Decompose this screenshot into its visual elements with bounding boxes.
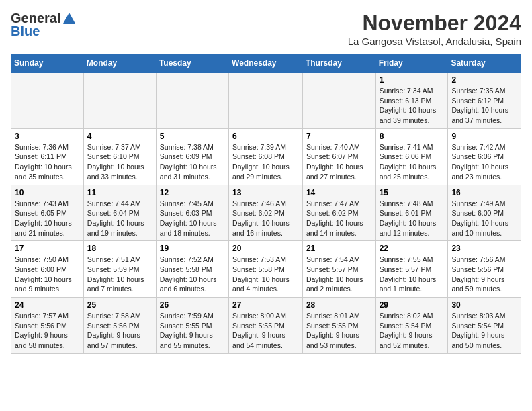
day-info: Sunrise: 7:56 AM Sunset: 5:56 PM Dayligh…: [451, 255, 517, 294]
day-info: Sunrise: 7:39 AM Sunset: 6:08 PM Dayligh…: [232, 142, 299, 182]
day-number: 29: [380, 300, 445, 310]
day-number: 19: [160, 244, 225, 253]
day-number: 7: [306, 132, 372, 141]
day-number: 8: [380, 132, 445, 141]
calendar-cell: 4Sunrise: 7:37 AM Sunset: 6:10 PM Daylig…: [83, 128, 156, 185]
column-header-wednesday: Wednesday: [229, 54, 303, 73]
location-title: La Gangosa Vistasol, Andalusia, Spain: [348, 36, 521, 47]
week-row-2: 3Sunrise: 7:36 AM Sunset: 6:11 PM Daylig…: [11, 128, 521, 185]
calendar-cell: 5Sunrise: 7:38 AM Sunset: 6:09 PM Daylig…: [156, 128, 228, 185]
day-info: Sunrise: 7:41 AM Sunset: 6:06 PM Dayligh…: [380, 142, 445, 182]
calendar-cell: 12Sunrise: 7:45 AM Sunset: 6:03 PM Dayli…: [156, 185, 228, 241]
day-number: 6: [232, 132, 299, 141]
day-info: Sunrise: 7:53 AM Sunset: 5:58 PM Dayligh…: [232, 255, 299, 294]
day-number: 16: [451, 188, 517, 197]
day-number: 26: [160, 300, 225, 310]
calendar-table: SundayMondayTuesdayWednesdayThursdayFrid…: [11, 54, 521, 354]
day-info: Sunrise: 8:00 AM Sunset: 5:55 PM Dayligh…: [232, 311, 299, 351]
month-title: November 2024: [348, 11, 521, 36]
calendar-cell: 28Sunrise: 8:01 AM Sunset: 5:55 PM Dayli…: [302, 298, 375, 354]
logo-text-blue: Blue: [11, 24, 40, 39]
column-header-tuesday: Tuesday: [156, 54, 228, 73]
day-info: Sunrise: 7:52 AM Sunset: 5:58 PM Dayligh…: [160, 255, 225, 294]
column-header-monday: Monday: [83, 54, 156, 73]
calendar-cell: 11Sunrise: 7:44 AM Sunset: 6:04 PM Dayli…: [83, 185, 156, 241]
day-number: 18: [87, 244, 152, 253]
day-number: 4: [87, 132, 152, 141]
week-row-5: 24Sunrise: 7:57 AM Sunset: 5:56 PM Dayli…: [11, 298, 521, 354]
day-info: Sunrise: 7:49 AM Sunset: 6:00 PM Dayligh…: [451, 199, 517, 238]
svg-marker-0: [63, 13, 75, 24]
week-row-4: 17Sunrise: 7:50 AM Sunset: 6:00 PM Dayli…: [11, 241, 521, 298]
day-number: 12: [160, 188, 225, 197]
day-info: Sunrise: 7:38 AM Sunset: 6:09 PM Dayligh…: [160, 142, 225, 182]
day-number: 22: [380, 244, 445, 253]
calendar-cell: 15Sunrise: 7:48 AM Sunset: 6:01 PM Dayli…: [375, 185, 448, 241]
column-header-friday: Friday: [375, 54, 448, 73]
calendar-cell: 21Sunrise: 7:54 AM Sunset: 5:57 PM Dayli…: [302, 241, 375, 298]
day-info: Sunrise: 7:42 AM Sunset: 6:06 PM Dayligh…: [451, 142, 517, 182]
calendar-cell: 16Sunrise: 7:49 AM Sunset: 6:00 PM Dayli…: [448, 185, 521, 241]
day-info: Sunrise: 8:02 AM Sunset: 5:54 PM Dayligh…: [380, 311, 445, 351]
day-number: 28: [306, 300, 372, 310]
day-number: 20: [232, 244, 299, 253]
day-info: Sunrise: 7:51 AM Sunset: 5:59 PM Dayligh…: [87, 255, 152, 294]
calendar-cell: [156, 73, 228, 129]
day-number: 23: [451, 244, 517, 253]
column-header-sunday: Sunday: [11, 54, 84, 73]
day-number: 10: [15, 188, 80, 197]
calendar-cell: 23Sunrise: 7:56 AM Sunset: 5:56 PM Dayli…: [448, 241, 521, 298]
calendar-cell: 30Sunrise: 8:03 AM Sunset: 5:54 PM Dayli…: [448, 298, 521, 354]
calendar-cell: 2Sunrise: 7:35 AM Sunset: 6:12 PM Daylig…: [448, 73, 521, 129]
week-row-3: 10Sunrise: 7:43 AM Sunset: 6:05 PM Dayli…: [11, 185, 521, 241]
day-info: Sunrise: 8:01 AM Sunset: 5:55 PM Dayligh…: [306, 311, 372, 351]
day-number: 9: [451, 132, 517, 141]
header-row: SundayMondayTuesdayWednesdayThursdayFrid…: [11, 54, 521, 73]
calendar-cell: 6Sunrise: 7:39 AM Sunset: 6:08 PM Daylig…: [229, 128, 303, 185]
day-info: Sunrise: 7:37 AM Sunset: 6:10 PM Dayligh…: [87, 142, 152, 182]
day-info: Sunrise: 7:36 AM Sunset: 6:11 PM Dayligh…: [15, 142, 80, 182]
calendar-cell: [229, 73, 303, 129]
day-info: Sunrise: 8:03 AM Sunset: 5:54 PM Dayligh…: [451, 311, 517, 351]
calendar-cell: 29Sunrise: 8:02 AM Sunset: 5:54 PM Dayli…: [375, 298, 448, 354]
day-info: Sunrise: 7:55 AM Sunset: 5:57 PM Dayligh…: [380, 255, 445, 294]
day-info: Sunrise: 7:58 AM Sunset: 5:56 PM Dayligh…: [87, 311, 152, 351]
day-info: Sunrise: 7:35 AM Sunset: 6:12 PM Dayligh…: [451, 86, 517, 126]
day-number: 3: [15, 132, 80, 141]
calendar-cell: 24Sunrise: 7:57 AM Sunset: 5:56 PM Dayli…: [11, 298, 84, 354]
day-info: Sunrise: 7:59 AM Sunset: 5:55 PM Dayligh…: [160, 311, 225, 351]
calendar-cell: 13Sunrise: 7:46 AM Sunset: 6:02 PM Dayli…: [229, 185, 303, 241]
day-number: 24: [15, 300, 80, 310]
day-number: 5: [160, 132, 225, 141]
title-section: November 2024 La Gangosa Vistasol, Andal…: [348, 11, 521, 47]
day-info: Sunrise: 7:57 AM Sunset: 5:56 PM Dayligh…: [15, 311, 80, 351]
calendar-cell: 27Sunrise: 8:00 AM Sunset: 5:55 PM Dayli…: [229, 298, 303, 354]
week-row-1: 1Sunrise: 7:34 AM Sunset: 6:13 PM Daylig…: [11, 73, 521, 129]
day-info: Sunrise: 7:43 AM Sunset: 6:05 PM Dayligh…: [15, 199, 80, 238]
day-info: Sunrise: 7:44 AM Sunset: 6:04 PM Dayligh…: [87, 199, 152, 238]
calendar-cell: 18Sunrise: 7:51 AM Sunset: 5:59 PM Dayli…: [83, 241, 156, 298]
day-info: Sunrise: 7:34 AM Sunset: 6:13 PM Dayligh…: [380, 86, 445, 126]
day-number: 30: [451, 300, 517, 310]
header: General Blue November 2024 La Gangosa Vi…: [11, 11, 521, 47]
day-number: 17: [15, 244, 80, 253]
day-number: 2: [451, 75, 517, 85]
calendar-cell: 7Sunrise: 7:40 AM Sunset: 6:07 PM Daylig…: [302, 128, 375, 185]
day-info: Sunrise: 7:54 AM Sunset: 5:57 PM Dayligh…: [306, 255, 372, 294]
calendar-cell: [83, 73, 156, 129]
calendar-cell: 14Sunrise: 7:47 AM Sunset: 6:02 PM Dayli…: [302, 185, 375, 241]
calendar-cell: [11, 73, 84, 129]
day-info: Sunrise: 7:47 AM Sunset: 6:02 PM Dayligh…: [306, 199, 372, 238]
calendar-cell: 17Sunrise: 7:50 AM Sunset: 6:00 PM Dayli…: [11, 241, 84, 298]
calendar-cell: 19Sunrise: 7:52 AM Sunset: 5:58 PM Dayli…: [156, 241, 228, 298]
logo: General Blue: [11, 11, 77, 39]
day-number: 21: [306, 244, 372, 253]
column-header-saturday: Saturday: [448, 54, 521, 73]
calendar-cell: 3Sunrise: 7:36 AM Sunset: 6:11 PM Daylig…: [11, 128, 84, 185]
day-number: 11: [87, 188, 152, 197]
day-info: Sunrise: 7:45 AM Sunset: 6:03 PM Dayligh…: [160, 199, 225, 238]
day-number: 27: [232, 300, 299, 310]
calendar-cell: [302, 73, 375, 129]
day-number: 1: [380, 75, 445, 85]
day-info: Sunrise: 7:48 AM Sunset: 6:01 PM Dayligh…: [380, 199, 445, 238]
